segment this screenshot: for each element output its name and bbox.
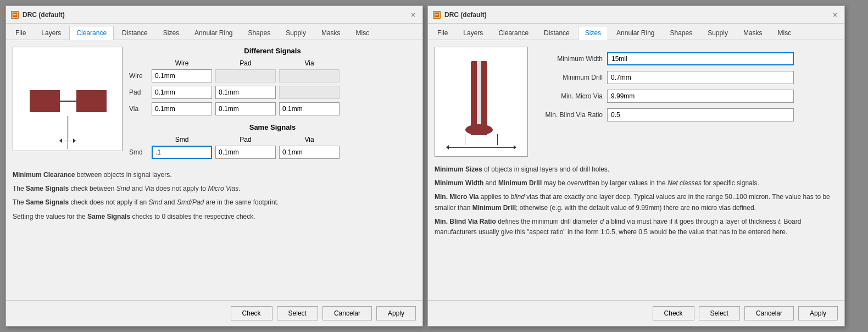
same-header-row: Smd Pad Via [129, 136, 416, 143]
titlebar-left-2: DRC (default) [432, 10, 487, 19]
row-min-width: Minimum Width [537, 52, 838, 65]
sizes-info-1-rest: of objects in signal layers and of drill… [484, 165, 609, 173]
label-min-width: Minimum Width [537, 55, 603, 63]
window-title-2: DRC (default) [444, 11, 487, 19]
input-smd-via[interactable] [279, 146, 340, 159]
same-header-pad: Pad [215, 136, 276, 143]
label-min-drill: Minimum Drill [537, 74, 603, 81]
cancel-button-2[interactable]: Cancelar [744, 306, 794, 320]
sizes-info-4-d: d [600, 218, 604, 225]
tab-sizes-1[interactable]: Sizes [156, 26, 186, 40]
tab-misc-2[interactable]: Misc [771, 26, 799, 40]
tab-clearance-1[interactable]: Clearance [69, 26, 114, 40]
window-sizes: DRC (default) × File Layers Clearance Di… [427, 5, 845, 327]
label-wire: Wire [129, 72, 148, 80]
tab-layers-2[interactable]: Layers [456, 26, 490, 40]
tab-annular-1[interactable]: Annular Ring [187, 26, 240, 40]
sizes-info-2-md: Minimum Drill [498, 179, 542, 187]
tab-bar-1: File Layers Clearance Distance Sizes Ann… [6, 24, 422, 40]
same-signals-title: Same Signals [129, 123, 416, 131]
tab-misc-1[interactable]: Misc [349, 26, 377, 40]
app-icon-1 [10, 10, 19, 19]
sizes-diagram [435, 47, 528, 157]
input-pad-wire[interactable] [152, 86, 212, 99]
header-pad: Pad [215, 59, 276, 67]
tab-clearance-2[interactable]: Clearance [491, 26, 536, 40]
tab-file-2[interactable]: File [430, 26, 455, 40]
info-para-4: Setting the values for the Same Signals … [13, 212, 416, 222]
spacer-2 [129, 136, 148, 143]
sizes-info-4-mbvr: Min. Blind Via Ratio [435, 218, 496, 225]
input-wire-wire[interactable] [152, 69, 212, 82]
input-via-wire[interactable] [152, 102, 212, 115]
close-button-2[interactable]: × [830, 10, 840, 20]
arrow-right [73, 139, 76, 143]
label-pad: Pad [129, 88, 148, 96]
row-min-blind-via: Min. Blind Via Ratio [537, 108, 838, 121]
info-2-bold: Same Signals [26, 185, 69, 192]
titlebar-2: DRC (default) × [428, 6, 844, 24]
apply-button-1[interactable]: Apply [376, 306, 416, 320]
tab-supply-1[interactable]: Supply [279, 26, 313, 40]
same-signals-section: Same Signals Smd Pad Via Smd [129, 123, 416, 159]
info-text-clearance: Minimum Clearance between objects in sig… [13, 170, 416, 222]
info-1-rest: between objects in signal layers. [77, 171, 172, 179]
window-clearance: DRC (default) × File Layers Clearance Di… [5, 5, 423, 327]
footer-2: Check Select Cancelar Apply [428, 300, 844, 326]
tab-distance-2[interactable]: Distance [537, 26, 577, 40]
tab-distance-1[interactable]: Distance [115, 26, 155, 40]
label-min-blind-via: Min. Blind Via Ratio [537, 111, 603, 119]
arrow-line-2 [449, 147, 514, 148]
row-min-drill: Minimum Drill [537, 71, 838, 84]
sizes-fields: Minimum Width Minimum Drill Min. Micro V… [537, 47, 838, 157]
label-via: Via [129, 105, 148, 113]
clearance-layout: Different Signals Wire Pad Via Wire [13, 47, 416, 162]
sizes-info-3-blind: blind [511, 193, 525, 201]
input-via-via[interactable] [279, 102, 340, 115]
info-3-em2: Smd/Pad [177, 198, 204, 206]
sizes-info-1-bold1: Minimum Sizes [435, 165, 482, 173]
input-smd-pad[interactable] [215, 146, 276, 159]
apply-button-2[interactable]: Apply [798, 306, 838, 320]
tab-masks-1[interactable]: Masks [314, 26, 348, 40]
sizes-info-3-mmv: Min. Micro Via [435, 193, 478, 201]
input-pad-pad[interactable] [215, 86, 276, 99]
tab-shapes-1[interactable]: Shapes [241, 26, 277, 40]
vert-marker-1 [68, 116, 68, 138]
input-smd-smd[interactable] [152, 146, 212, 159]
close-button-1[interactable]: × [408, 10, 418, 20]
select-button-1[interactable]: Select [277, 306, 318, 320]
tab-sizes-2[interactable]: Sizes [578, 26, 608, 40]
pad-right [76, 90, 107, 112]
tab-masks-2[interactable]: Masks [736, 26, 770, 40]
tab-supply-2[interactable]: Supply [700, 26, 735, 40]
tick-left [465, 134, 465, 145]
content-sizes: Minimum Width Minimum Drill Min. Micro V… [428, 40, 844, 300]
tab-shapes-2[interactable]: Shapes [663, 26, 699, 40]
tab-file-1[interactable]: File [8, 26, 33, 40]
input-min-blind-via[interactable] [607, 108, 794, 121]
label-smd: Smd [129, 148, 148, 156]
info-para-2: The Same Signals check between Smd and V… [13, 184, 416, 194]
input-via-pad[interactable] [215, 102, 276, 115]
input-min-width[interactable] [607, 52, 794, 65]
info-1-strong: Minimum Clearance [13, 171, 75, 179]
cancel-button-1[interactable]: Cancelar [322, 306, 372, 320]
via-disabled-2 [279, 86, 340, 99]
info-3-bold: Same Signals [26, 198, 69, 206]
tab-annular-2[interactable]: Annular Ring [609, 26, 661, 40]
same-header-smd: Smd [152, 136, 212, 143]
footer-1: Check Select Cancelar Apply [6, 300, 422, 326]
tab-layers-1[interactable]: Layers [34, 26, 68, 40]
info-para-1: Minimum Clearance between objects in sig… [13, 170, 416, 180]
check-button-1[interactable]: Check [231, 306, 272, 320]
select-button-2[interactable]: Select [699, 306, 740, 320]
clearance-diagram [13, 47, 123, 151]
check-button-2[interactable]: Check [653, 306, 694, 320]
input-min-drill[interactable] [607, 71, 794, 84]
sizes-info-2-mw: Minimum Width [435, 179, 483, 187]
row-smd: Smd [129, 146, 416, 159]
content-clearance: Different Signals Wire Pad Via Wire [6, 40, 422, 300]
info-4-bold: Same Signals [87, 213, 130, 220]
input-min-micro-via[interactable] [607, 90, 794, 103]
